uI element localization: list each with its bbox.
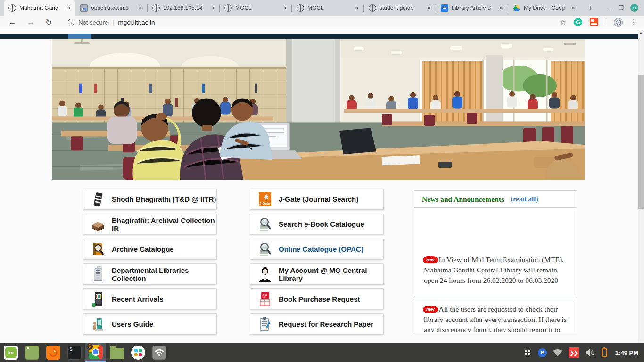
- browser-tab[interactable]: MGCL×: [220, 0, 291, 16]
- globe-favicon: [152, 4, 160, 12]
- news-title: News and Announcements: [422, 195, 504, 204]
- quicklink-button[interactable]: Online Catalogue (OPAC): [250, 239, 384, 260]
- ebook-magnifier-icon: [257, 241, 273, 258]
- kiosk-icon: [90, 266, 106, 283]
- chrome-badge: 6: [86, 343, 93, 350]
- scrollbar-thumb[interactable]: [638, 75, 644, 209]
- mint-menu-button[interactable]: lm: [0, 343, 21, 362]
- orange-extension-icon[interactable]: [590, 18, 598, 26]
- browser-tab[interactable]: student guide×: [364, 0, 436, 16]
- reload-icon[interactable]: ↻: [45, 17, 52, 27]
- tab-close-icon[interactable]: ×: [354, 4, 360, 12]
- svg-text:List: List: [263, 296, 266, 298]
- quicklink-button[interactable]: J-GateJ-Gate (Journal Search): [250, 189, 384, 210]
- browser-tab[interactable]: Mahatma Gand×: [4, 0, 75, 16]
- globe-favicon: [224, 4, 232, 12]
- quicklink-button[interactable]: Bhagirathi: Archival Collection IR: [83, 214, 217, 235]
- forward-icon[interactable]: →: [27, 17, 35, 27]
- jgate-icon: J-Gate: [257, 191, 273, 208]
- chrome-window-button[interactable]: 6: [85, 343, 106, 362]
- info-icon[interactable]: i: [68, 19, 74, 25]
- quicklink-button[interactable]: Archive Catalogue: [83, 239, 217, 260]
- quicklink-label: My Account @ MG Central Library: [279, 266, 383, 282]
- firefox-icon: [46, 346, 60, 360]
- globe-favicon: [369, 4, 376, 12]
- desktop-icon: [25, 346, 39, 360]
- bookmark-star-icon[interactable]: ☆: [560, 18, 566, 26]
- terminal-launcher[interactable]: $_: [64, 343, 85, 362]
- tab-close-icon[interactable]: ×: [66, 4, 72, 12]
- restore-button[interactable]: ❐: [618, 4, 624, 11]
- folder-icon: [110, 348, 124, 359]
- browser-tab[interactable]: Library Article D×: [436, 0, 508, 16]
- scrollbar-up-arrow-icon[interactable]: ▲: [638, 31, 644, 35]
- tab-strip: Mahatma Gand×opac.iitr.ac.in:8×192.168.1…: [0, 0, 644, 16]
- quicklink-label: Shodh Bhagirathi (T&D @ IITR): [112, 195, 216, 203]
- tab-close-icon[interactable]: ×: [282, 4, 288, 12]
- news-item-text: All the users are requested to check the…: [424, 305, 567, 332]
- browser-scrollbar[interactable]: ▲: [638, 30, 644, 343]
- new-badge-icon: new: [424, 256, 437, 263]
- address-bar[interactable]: i Not secure | mgcl.iitr.ac.in: [68, 19, 560, 26]
- bookshelf-icon: [90, 291, 106, 308]
- quicklink-button[interactable]: Search e-Book Catalogue: [250, 214, 384, 235]
- quicklink-button[interactable]: Recent Arrivals: [83, 288, 217, 310]
- archive-box-icon: [90, 216, 106, 233]
- news-item: newAll the users are requested to check …: [414, 298, 577, 332]
- quicklink-label: Archive Catalogue: [112, 245, 174, 253]
- grammarly-extension-icon[interactable]: G: [574, 18, 582, 26]
- quicklink-button[interactable]: Shodh Bhagirathi (T&D @ IITR): [83, 189, 217, 210]
- gdocs-favicon: [441, 4, 448, 12]
- files-launcher[interactable]: [106, 343, 127, 362]
- browser-tab[interactable]: MGCL×: [292, 0, 363, 16]
- tab-title: 192.168.105.14: [163, 5, 210, 11]
- taskbar-clock[interactable]: 1:49 PM: [615, 349, 638, 356]
- quicklink-button[interactable]: Users Guide: [83, 313, 217, 335]
- quicklink-button[interactable]: Departmental Libraries Collection: [83, 263, 217, 285]
- toolbar-divider: [606, 18, 606, 26]
- news-panel: News and Announcements (read all) newIn …: [414, 190, 577, 332]
- site-navbar-edge: [0, 34, 644, 39]
- network-tool-launcher[interactable]: [149, 343, 170, 362]
- browser-tab[interactable]: My Drive - Goog×: [508, 0, 580, 16]
- new-tab-button[interactable]: +: [584, 1, 597, 15]
- tab-close-icon[interactable]: ×: [210, 4, 215, 12]
- profile-avatar-icon[interactable]: [614, 18, 623, 27]
- guide-kiosk-icon: [90, 316, 106, 333]
- back-icon[interactable]: ←: [8, 17, 17, 27]
- tab-close-icon[interactable]: ×: [426, 4, 432, 12]
- tab-title: MGCL: [235, 5, 282, 11]
- slack-tray-icon[interactable]: [523, 348, 532, 357]
- volume-muted-icon[interactable]: [585, 348, 595, 357]
- show-desktop-button[interactable]: [21, 343, 42, 362]
- library-photo: [52, 39, 585, 180]
- red-book-icon: ReadList: [257, 291, 273, 308]
- news-read-all-link[interactable]: (read all): [511, 195, 538, 203]
- bluetooth-icon[interactable]: B: [538, 348, 547, 357]
- quicklink-button[interactable]: ReadListBook Purchase Request: [250, 288, 384, 310]
- url-text[interactable]: mgcl.iitr.ac.in: [118, 19, 155, 26]
- browser-tab[interactable]: opac.iitr.ac.in:8×: [75, 0, 147, 16]
- minimize-button[interactable]: –: [608, 4, 611, 11]
- omnibox-divider: |: [112, 19, 114, 26]
- slack-launcher[interactable]: [127, 343, 149, 362]
- wifi-icon[interactable]: [553, 349, 562, 356]
- system-tray: B ❯❯ 1:49 PM: [523, 343, 644, 362]
- chrome-menu-icon[interactable]: ⋮: [630, 18, 637, 26]
- mint-logo-icon: lm: [4, 346, 18, 360]
- tab-close-icon[interactable]: ×: [570, 4, 576, 12]
- browser-tab[interactable]: 192.168.105.14×: [148, 0, 219, 16]
- clipboard-pencil-icon: [257, 316, 273, 333]
- tab-close-icon[interactable]: ×: [138, 4, 143, 12]
- book-spine-icon: [90, 191, 106, 208]
- tab-title: Mahatma Gand: [19, 5, 66, 11]
- firefox-launcher[interactable]: [42, 343, 64, 362]
- quicklink-button[interactable]: Request for Research Paper: [250, 313, 384, 335]
- quicklink-button[interactable]: My Account @ MG Central Library: [250, 263, 384, 285]
- battery-icon[interactable]: [602, 348, 607, 357]
- close-button[interactable]: ×: [630, 4, 638, 12]
- tab-close-icon[interactable]: ×: [498, 4, 504, 12]
- tab-title: My Drive - Goog: [524, 5, 570, 11]
- anydesk-icon[interactable]: ❯❯: [569, 347, 579, 358]
- page-viewport: Shodh Bhagirathi (T&D @ IITR)Bhagirathi:…: [0, 30, 644, 343]
